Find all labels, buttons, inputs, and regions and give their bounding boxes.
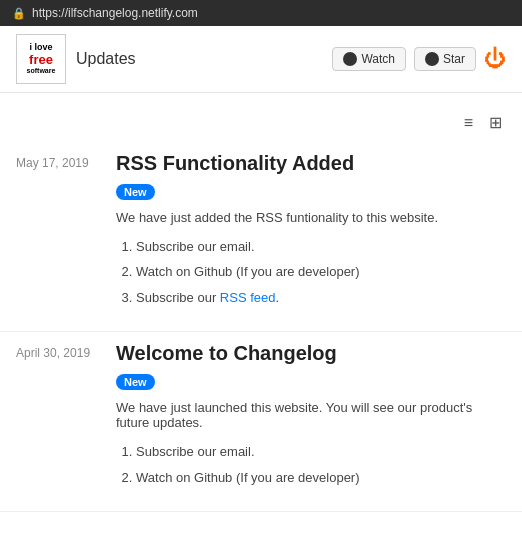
browser-bar: 🔒 https://ilfschangelog.netlify.com — [0, 0, 522, 26]
site-logo: i love free software — [16, 34, 66, 84]
entry-description-2: We have just launched this website. You … — [116, 400, 506, 430]
rss-icon[interactable]: ⏻ — [484, 46, 506, 72]
github-icon-watch — [343, 52, 357, 66]
entry-body-1: RSS Functionality Added New We have just… — [116, 152, 506, 311]
list-item: Subscribe our email. — [136, 440, 506, 463]
header-actions: Watch Star ⏻ — [332, 46, 506, 72]
logo-block: i love free software Updates — [16, 34, 136, 84]
list-item: Watch on Github (If you are developer) — [136, 466, 506, 489]
changelog-entry-1: May 17, 2019 RSS Functionality Added New… — [0, 142, 522, 332]
entry-body-2: Welcome to Changelog New We have just la… — [116, 342, 506, 491]
entry-date-2: April 30, 2019 — [16, 342, 116, 491]
list-item: Subscribe our RSS feed. — [136, 286, 506, 309]
entry-date-1: May 17, 2019 — [16, 152, 116, 311]
list-view-icon: ≡ — [464, 114, 473, 131]
view-toggle: ≡ ⊞ — [0, 103, 522, 142]
entry-title-1: RSS Functionality Added — [116, 152, 506, 175]
list-item: Watch on Github (If you are developer) — [136, 260, 506, 283]
entry-description-1: We have just added the RSS funtionality … — [116, 210, 506, 225]
list-view-button[interactable]: ≡ — [460, 111, 477, 134]
rss-feed-link[interactable]: RSS feed — [220, 290, 276, 305]
main-content: ≡ ⊞ May 17, 2019 RSS Functionality Added… — [0, 93, 522, 522]
entry-list-2: Subscribe our email. Watch on Github (If… — [136, 440, 506, 489]
entry-list-1: Subscribe our email. Watch on Github (If… — [136, 235, 506, 309]
grid-view-button[interactable]: ⊞ — [485, 111, 506, 134]
list-item: Subscribe our email. — [136, 235, 506, 258]
new-badge-1: New — [116, 184, 155, 200]
star-label: Star — [443, 52, 465, 66]
watch-button[interactable]: Watch — [332, 47, 406, 71]
star-button[interactable]: Star — [414, 47, 476, 71]
site-title: Updates — [76, 50, 136, 68]
changelog-entry-2: April 30, 2019 Welcome to Changelog New … — [0, 332, 522, 512]
github-icon-star — [425, 52, 439, 66]
entry-title-2: Welcome to Changelog — [116, 342, 506, 365]
grid-view-icon: ⊞ — [489, 114, 502, 131]
browser-url: https://ilfschangelog.netlify.com — [32, 6, 198, 20]
site-header: i love free software Updates Watch Star … — [0, 26, 522, 93]
new-badge-2: New — [116, 374, 155, 390]
lock-icon: 🔒 — [12, 7, 26, 20]
watch-label: Watch — [361, 52, 395, 66]
